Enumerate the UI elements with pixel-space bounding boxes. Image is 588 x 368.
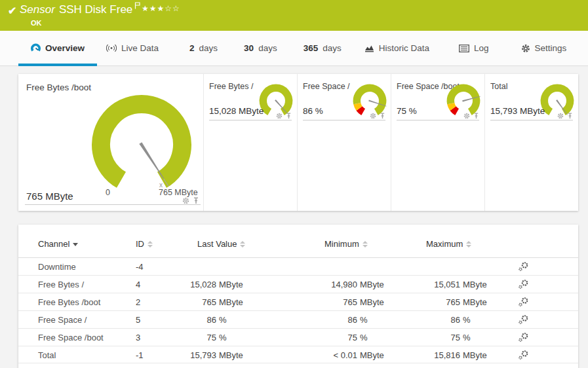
tab-label: Settings [535, 43, 567, 53]
gauge-scale-min: 0 [106, 188, 110, 197]
tab-label: days [199, 43, 218, 53]
channel-id: -1 [136, 350, 144, 360]
maximum-unit: % [463, 315, 471, 325]
gauge-value: 75 % [397, 106, 417, 116]
tab-30-days[interactable]: 30 days [244, 31, 277, 66]
divider [209, 120, 292, 120]
last-value-unit: MByte [219, 280, 243, 289]
column-header-channel[interactable]: Channel [38, 239, 78, 249]
table-row-free-bytes-root: Free Bytes / 4 15,028MByte 14,980MByte 1… [18, 275, 578, 293]
last-value: 15,028 [156, 280, 216, 289]
column-header-label: ID [136, 239, 144, 249]
gauge-settings-gear-icon[interactable] [276, 113, 283, 119]
gauge-settings-gear-icon[interactable] [557, 113, 564, 119]
maximum-value: 765 [400, 297, 460, 307]
channel-settings-gears-icon[interactable] [518, 261, 529, 274]
active-tab-underline [18, 64, 97, 66]
gauge-max-marker: x [159, 181, 163, 189]
maximum-unit: MByte [463, 297, 487, 307]
tab-overview[interactable]: Overview [18, 31, 97, 66]
channel-id: 5 [136, 315, 140, 325]
pin-icon[interactable] [286, 113, 292, 119]
column-header-id[interactable]: ID [136, 239, 153, 249]
last-value-unit: % [219, 315, 227, 325]
status-ok-check-icon: ✔ [8, 5, 16, 17]
maximum-value: 15,051 [400, 280, 460, 289]
column-header-maximum[interactable]: Maximum [426, 239, 471, 249]
column-header-label: Minimum [324, 239, 359, 249]
minimum-value: 75 [297, 333, 357, 342]
maximum-value: 75 [400, 333, 460, 342]
gauge-value: 765 MByte [26, 191, 73, 202]
channel-name: Free Bytes / [38, 280, 84, 289]
channel-settings-gears-icon[interactable] [518, 350, 529, 362]
gauge-icon [31, 43, 41, 53]
tab-label: Historic Data [379, 43, 429, 53]
broadcast-icon [106, 44, 117, 52]
gauge-cell-free-space-root: Free Space / 86 % [297, 74, 391, 211]
primary-gauge [84, 87, 199, 202]
gauge-value: 15,793 MByte [490, 106, 545, 116]
channel-settings-gears-icon[interactable] [518, 332, 529, 344]
channel-name: Free Space / [38, 315, 87, 325]
pin-icon[interactable] [473, 113, 479, 119]
channel-settings-gears-icon[interactable] [518, 314, 529, 327]
column-header-label: Channel [38, 239, 69, 249]
column-header-minimum[interactable]: Minimum [324, 239, 368, 249]
stars-empty: ☆☆ [165, 4, 180, 13]
minimum-unit: % [360, 315, 368, 325]
minimum-value: 765 [297, 297, 357, 307]
gauge-title: Free Bytes /boot [26, 83, 91, 92]
channel-settings-gears-icon[interactable] [518, 279, 529, 291]
channel-name: Downtime [38, 262, 76, 272]
flag-icon[interactable] [134, 0, 141, 12]
gauge-cell-total: Total 15,793 MByte [484, 74, 578, 211]
sort-icon [240, 241, 245, 248]
gauge-settings-gear-icon[interactable] [182, 197, 189, 204]
maximum-unit: % [463, 333, 471, 342]
gauge-settings-gear-icon[interactable] [463, 113, 470, 119]
tab-number: 365 [304, 43, 319, 53]
divider [303, 120, 385, 120]
tab-label: days [323, 43, 342, 53]
maximum-unit: MByte [463, 280, 487, 289]
sort-icon [466, 241, 471, 248]
divider [397, 120, 479, 120]
priority-stars[interactable]: ★★★☆☆ [142, 4, 180, 13]
status-badge: OK [31, 19, 42, 27]
tab-log[interactable]: Log [459, 31, 489, 66]
gauge-title: Free Space / [303, 82, 350, 91]
tab-365-days[interactable]: 365 days [304, 31, 342, 66]
sort-desc-icon [73, 243, 78, 246]
channel-settings-gears-icon[interactable] [518, 297, 529, 309]
table-header-row: Channel ID Last Value Minimum Maximum [18, 239, 578, 257]
minimum-unit: MByte [360, 350, 384, 360]
minimum-unit: MByte [360, 297, 384, 307]
area-chart-icon [364, 44, 374, 52]
tab-live-data[interactable]: Live Data [106, 31, 159, 66]
column-header-last-value[interactable]: Last Value [197, 239, 245, 249]
sensor-header: ✔ SensorSSH Disk Free ★★★☆☆ OK [0, 0, 588, 31]
column-header-label: Maximum [426, 239, 463, 249]
tab-2-days[interactable]: 2 days [189, 31, 218, 66]
sensor-kind-label: Sensor [20, 3, 55, 16]
channel-id: -4 [136, 262, 144, 272]
tab-label: days [258, 43, 277, 53]
minimum-value: < 0.01 [297, 350, 357, 360]
pin-icon[interactable] [567, 113, 573, 119]
pin-icon[interactable] [193, 197, 199, 204]
table-body: Downtime -4 Free Bytes / 4 15,028MByte 1… [18, 257, 578, 363]
divider [25, 204, 201, 205]
table-row-total: Total -1 15,793MByte < 0.01MByte 15,816M… [18, 346, 578, 363]
tab-settings[interactable]: Settings [521, 31, 567, 66]
gauge-settings-gear-icon[interactable] [370, 113, 376, 119]
primary-gauge-cell: Free Bytes /boot 0 765 MByte x 765 MByte [18, 74, 203, 211]
pin-icon[interactable] [380, 113, 385, 119]
last-value-unit: MByte [219, 350, 243, 360]
gauge-value: 86 % [303, 106, 323, 116]
tab-historic-data[interactable]: Historic Data [364, 31, 429, 66]
channel-name: Free Bytes /boot [38, 297, 100, 307]
gear-icon [521, 44, 530, 53]
divider [490, 120, 573, 120]
last-value-unit: MByte [219, 297, 243, 307]
